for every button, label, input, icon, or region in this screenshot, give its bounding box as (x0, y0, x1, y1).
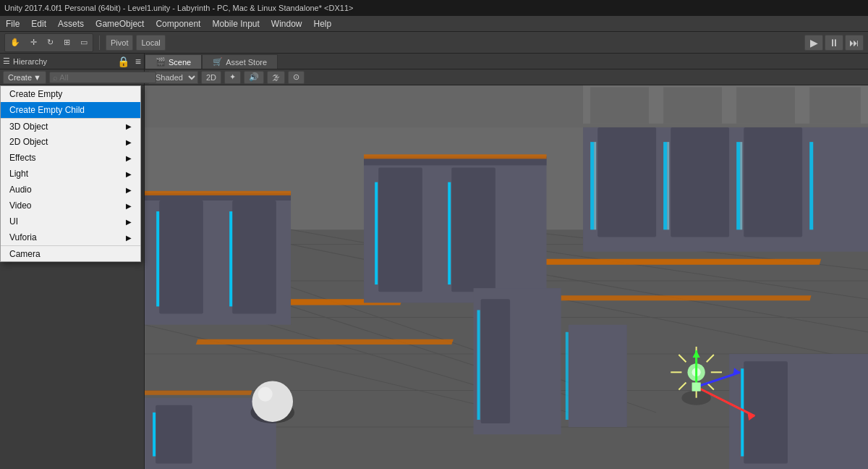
svg-rect-18 (145, 391, 252, 395)
svg-rect-76 (692, 382, 701, 391)
menu-item-video[interactable]: Video ▶ (1, 198, 140, 214)
hierarchy-menu-icon[interactable]: ≡ (135, 56, 141, 67)
menu-mobile-input[interactable]: Mobile Input (206, 16, 265, 31)
svg-rect-17 (196, 339, 454, 345)
main-area: ☰ Hierarchy 🔒 ≡ Create ▼ Create Empty Cr… (0, 54, 868, 469)
arrow-icon-effects: ▶ (126, 154, 132, 162)
arrow-icon-3d: ▶ (126, 122, 132, 130)
menu-item-audio[interactable]: Audio ▶ (1, 182, 140, 198)
tab-scene[interactable]: 🎬 Scene (145, 54, 202, 69)
svg-rect-30 (736, 142, 740, 229)
arrow-icon-video: ▶ (126, 202, 132, 210)
svg-rect-35 (378, 167, 422, 292)
svg-point-58 (258, 387, 273, 402)
scene-view-toolbar: Shaded 2D ✦ 🔊 🌫 ⊙ (145, 69, 868, 85)
svg-rect-53 (477, 310, 480, 420)
create-arrow-icon: ▼ (33, 73, 41, 82)
menu-help[interactable]: Help (308, 16, 338, 31)
svg-rect-44 (229, 211, 232, 306)
rect-tool-button[interactable]: ▭ (76, 35, 92, 51)
hierarchy-lock-icon[interactable]: 🔒 (117, 56, 129, 67)
svg-rect-47 (153, 413, 156, 457)
title-bar: Unity 2017.4.0f1 Personal (64bit) - Leve… (0, 0, 868, 16)
svg-rect-49 (744, 361, 788, 463)
svg-rect-23 (597, 127, 656, 237)
arrow-icon-ui: ▶ (126, 218, 132, 226)
menu-item-ui[interactable]: UI ▶ (1, 214, 140, 229)
separator-1 (99, 35, 100, 50)
create-button[interactable]: Create ▼ (3, 71, 46, 84)
asset-store-icon: 🛒 (213, 57, 223, 67)
hand-tool-button[interactable]: ✋ (6, 35, 25, 51)
svg-rect-29 (667, 142, 669, 229)
svg-rect-79 (145, 191, 291, 195)
scene-tabs: 🎬 Scene 🛒 Asset Store (145, 54, 868, 69)
svg-rect-55 (566, 332, 569, 420)
scene-viewport[interactable] (145, 85, 868, 469)
hierarchy-search-input[interactable] (49, 72, 156, 83)
effects-button[interactable]: 🌫 (267, 71, 285, 84)
svg-rect-46 (156, 405, 192, 464)
create-button-label: Create (8, 73, 32, 82)
menu-item-create-empty[interactable]: Create Empty (1, 86, 140, 102)
shading-mode-select[interactable]: Shaded (149, 71, 198, 84)
menu-item-3d-object[interactable]: 3D Object ▶ (1, 118, 140, 134)
menu-item-2d-object[interactable]: 2D Object ▶ (1, 134, 140, 150)
menu-item-vuforia[interactable]: Vuforia ▶ (1, 229, 140, 245)
local-button[interactable]: Local (136, 35, 165, 51)
menu-bar: File Edit Assets GameObject Component Mo… (0, 16, 868, 32)
svg-rect-37 (375, 182, 378, 284)
svg-rect-52 (481, 299, 510, 423)
svg-rect-36 (451, 167, 495, 292)
svg-rect-85 (809, 87, 861, 124)
hierarchy-header: ☰ Hierarchy 🔒 ≡ (0, 54, 144, 69)
move-tool-button[interactable]: ✛ (26, 35, 41, 51)
play-button[interactable]: ▶ (804, 35, 823, 51)
svg-rect-25 (744, 127, 802, 237)
arrow-icon-vuforia: ▶ (126, 234, 132, 242)
toolbar: ✋ ✛ ↻ ⊞ ▭ Pivot Local ▶ ⏸ ⏭ (0, 32, 868, 54)
menu-item-create-empty-child[interactable]: Create Empty Child (1, 102, 140, 118)
svg-rect-84 (736, 87, 795, 124)
play-controls: ▶ ⏸ ⏭ (804, 35, 864, 51)
svg-rect-26 (590, 142, 594, 229)
menu-item-camera[interactable]: Camera (1, 245, 140, 261)
svg-rect-28 (663, 142, 667, 229)
pause-button[interactable]: ⏸ (825, 35, 843, 51)
svg-rect-32 (809, 142, 813, 229)
transform-tools: ✋ ✛ ↻ ⊞ ▭ (4, 33, 93, 52)
menu-component[interactable]: Component (150, 16, 206, 31)
gizmos-button[interactable]: ⊙ (288, 71, 305, 84)
menu-item-effects[interactable]: Effects ▶ (1, 150, 140, 166)
step-button[interactable]: ⏭ (845, 35, 864, 51)
scale-tool-button[interactable]: ⊞ (59, 35, 75, 51)
svg-rect-27 (594, 142, 596, 229)
pivot-button[interactable]: Pivot (106, 35, 133, 51)
svg-rect-31 (740, 142, 742, 229)
menu-gameobject[interactable]: GameObject (90, 16, 150, 31)
menu-window[interactable]: Window (265, 16, 308, 31)
tab-asset-store[interactable]: 🛒 Asset Store (202, 54, 278, 69)
hierarchy-title: Hierarchy (13, 57, 47, 66)
svg-rect-41 (159, 200, 203, 314)
scene-icon: 🎬 (156, 57, 166, 67)
audio-button[interactable]: 🔊 (244, 71, 264, 84)
svg-rect-82 (590, 87, 649, 124)
hierarchy-panel: ☰ Hierarchy 🔒 ≡ Create ▼ Create Empty Cr… (0, 54, 145, 469)
svg-rect-43 (156, 211, 159, 306)
hierarchy-icon: ☰ (3, 56, 10, 66)
menu-edit[interactable]: Edit (25, 16, 52, 31)
title-text: Unity 2017.4.0f1 Personal (64bit) - Leve… (4, 4, 353, 12)
svg-rect-78 (364, 154, 547, 159)
menu-assets[interactable]: Assets (52, 16, 90, 31)
hierarchy-toolbar: Create ▼ (0, 69, 144, 85)
svg-rect-42 (232, 200, 276, 314)
svg-rect-38 (448, 182, 451, 284)
arrow-icon-2d: ▶ (126, 138, 132, 146)
rotate-tool-button[interactable]: ↻ (43, 35, 58, 51)
lighting-button[interactable]: ✦ (224, 71, 241, 84)
2d-button[interactable]: 2D (201, 71, 221, 84)
svg-point-57 (252, 381, 293, 422)
menu-file[interactable]: File (0, 16, 25, 31)
menu-item-light[interactable]: Light ▶ (1, 166, 140, 182)
